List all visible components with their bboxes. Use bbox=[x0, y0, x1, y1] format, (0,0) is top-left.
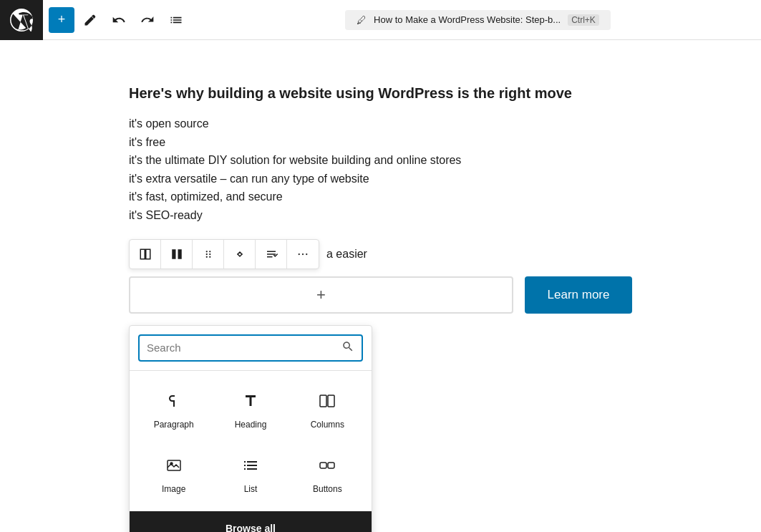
move-arrows-icon bbox=[233, 248, 246, 261]
more-options-icon bbox=[296, 248, 309, 261]
list-item: it's the ultimate DIY solution for websi… bbox=[129, 151, 632, 170]
block-toolbar-single-col-button[interactable] bbox=[161, 240, 193, 269]
block-toolbar-drag-button[interactable] bbox=[193, 240, 224, 269]
toolbar: + 🖊 How to Make a WordPress Website: Ste… bbox=[0, 0, 761, 40]
document-title-bar[interactable]: 🖊 How to Make a WordPress Website: Step-… bbox=[345, 10, 611, 30]
toolbar-actions: + bbox=[43, 7, 195, 33]
content-area: Here's why building a website using Word… bbox=[0, 40, 761, 532]
block-grid: Paragraph Heading Columns bbox=[130, 371, 372, 511]
buttons-label: Buttons bbox=[313, 484, 342, 494]
redo-icon bbox=[140, 13, 155, 27]
block-toolbar bbox=[129, 239, 319, 269]
document-overview-button[interactable] bbox=[163, 7, 189, 33]
list-item: it's free bbox=[129, 133, 632, 152]
columns-label: Columns bbox=[311, 420, 344, 430]
list-item: it's fast, optimized, and secure bbox=[129, 188, 632, 206]
block-toolbar-columns-view-button[interactable] bbox=[130, 240, 161, 269]
shortcut-badge: Ctrl+K bbox=[568, 14, 599, 26]
block-inserter-panel: Paragraph Heading Columns bbox=[129, 325, 372, 532]
paragraph-label: Paragraph bbox=[154, 420, 194, 430]
add-block-button[interactable]: + bbox=[129, 276, 513, 314]
svg-point-7 bbox=[302, 253, 304, 254]
block-toolbar-more-button[interactable] bbox=[287, 240, 319, 269]
undo-icon bbox=[112, 13, 126, 27]
inline-text: a easier bbox=[326, 248, 367, 261]
svg-point-8 bbox=[306, 253, 307, 254]
search-icon bbox=[341, 340, 354, 356]
block-item-heading[interactable]: Heading bbox=[218, 382, 283, 435]
redo-button[interactable] bbox=[135, 7, 160, 33]
block-item-image[interactable]: Image bbox=[141, 447, 206, 500]
image-label: Image bbox=[162, 484, 185, 494]
block-toolbar-move-button[interactable] bbox=[224, 240, 256, 269]
svg-rect-13 bbox=[320, 463, 326, 468]
article-heading: Here's why building a website using Word… bbox=[129, 83, 632, 103]
list-item: it's extra versatile – can run any type … bbox=[129, 170, 632, 188]
list-item: it's SEO-ready bbox=[129, 206, 632, 225]
cta-section: + Learn more bbox=[129, 276, 632, 314]
svg-point-12 bbox=[170, 463, 173, 465]
search-input-wrapper bbox=[138, 334, 363, 362]
block-item-paragraph[interactable]: Paragraph bbox=[141, 382, 206, 435]
svg-point-2 bbox=[205, 253, 207, 254]
list-view-icon bbox=[169, 13, 183, 27]
browse-all-button[interactable]: Browse all bbox=[130, 511, 372, 532]
document-title: How to Make a WordPress Website: Step-b.… bbox=[374, 14, 561, 25]
heading-icon bbox=[238, 388, 263, 414]
list-item: it's open source bbox=[129, 115, 632, 133]
document-pen-icon: 🖊 bbox=[357, 14, 367, 26]
block-search-input[interactable] bbox=[147, 342, 336, 354]
svg-rect-14 bbox=[328, 463, 334, 468]
list-label: List bbox=[244, 484, 258, 494]
add-block-toolbar-button[interactable]: + bbox=[49, 7, 74, 33]
svg-point-3 bbox=[209, 253, 210, 254]
undo-button[interactable] bbox=[106, 7, 132, 33]
drag-handle-icon bbox=[202, 248, 215, 261]
svg-rect-10 bbox=[328, 395, 334, 407]
text-type-icon bbox=[265, 248, 278, 261]
learn-more-button[interactable]: Learn more bbox=[525, 276, 632, 314]
heading-label: Heading bbox=[235, 420, 267, 430]
single-col-icon bbox=[170, 248, 183, 261]
edit-mode-button[interactable] bbox=[77, 7, 103, 33]
block-item-columns[interactable]: Columns bbox=[295, 382, 360, 435]
pencil-icon bbox=[83, 13, 97, 27]
svg-point-0 bbox=[205, 251, 207, 252]
svg-rect-9 bbox=[320, 395, 326, 407]
columns-view-icon bbox=[139, 248, 152, 261]
columns-icon bbox=[314, 388, 340, 414]
buttons-icon bbox=[314, 453, 340, 478]
svg-point-1 bbox=[209, 251, 210, 252]
block-toolbar-row: a easier bbox=[129, 239, 632, 269]
block-inserter-search-area bbox=[130, 326, 372, 371]
list-icon bbox=[238, 453, 263, 478]
block-item-buttons[interactable]: Buttons bbox=[295, 447, 360, 500]
image-icon bbox=[161, 453, 187, 478]
wp-logo-icon bbox=[10, 9, 33, 32]
svg-point-6 bbox=[299, 253, 300, 254]
block-item-list[interactable]: List bbox=[218, 447, 283, 500]
toolbar-center: 🖊 How to Make a WordPress Website: Step-… bbox=[195, 10, 761, 30]
wp-logo bbox=[0, 0, 43, 40]
svg-point-4 bbox=[205, 256, 207, 257]
paragraph-icon bbox=[161, 388, 187, 414]
block-toolbar-text-button[interactable] bbox=[256, 240, 287, 269]
article-list: it's open source it's free it's the ulti… bbox=[129, 115, 632, 225]
svg-point-5 bbox=[209, 256, 210, 257]
